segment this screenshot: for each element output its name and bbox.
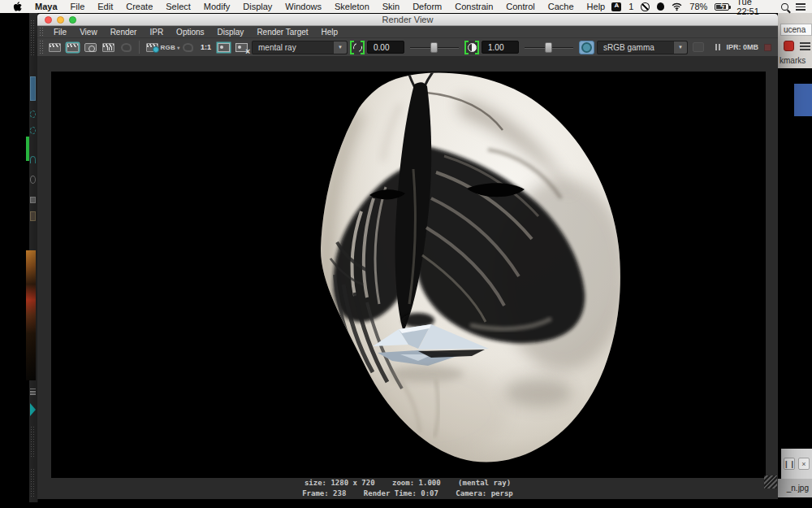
minimize-window-button[interactable] <box>57 16 64 24</box>
status-dot-icon[interactable] <box>657 2 664 11</box>
background-blue-thumbnail <box>794 84 812 116</box>
contrast-slider[interactable] <box>523 41 575 54</box>
do-not-disturb-icon[interactable] <box>641 2 649 11</box>
menu-modify[interactable]: Modify <box>197 0 236 13</box>
pause-ipr-tuning-icon[interactable] <box>715 44 720 50</box>
menubar-clock[interactable]: Tue 22:51 <box>736 0 774 16</box>
background-pause-button[interactable]: ❙❙ <box>784 458 795 470</box>
contrast-icon[interactable] <box>464 41 479 54</box>
battery-charging-icon[interactable]: ϟ <box>715 3 729 11</box>
exposure-slider[interactable] <box>408 41 460 54</box>
toolbox-last-tool-icon[interactable] <box>30 211 36 221</box>
menu-edit[interactable]: Edit <box>91 0 119 13</box>
menu-cache[interactable]: Cache <box>542 0 581 13</box>
snapshot-camera-icon[interactable] <box>83 41 98 54</box>
keep-image-icon[interactable] <box>216 41 231 54</box>
background-browser-tab[interactable]: ucena <box>780 24 812 36</box>
rv-menu-render[interactable]: Render <box>104 28 144 37</box>
apple-icon <box>13 2 22 12</box>
apple-menu[interactable] <box>6 2 28 12</box>
toolbox-scale-tool-icon[interactable] <box>30 197 36 203</box>
zoom-window-button[interactable] <box>69 16 76 24</box>
background-download-filename[interactable]: _n.jpg <box>778 479 812 497</box>
window-controls <box>45 16 76 24</box>
rv-menu-help[interactable]: Help <box>315 28 345 37</box>
render-frame-label: Frame: 238 <box>302 489 346 497</box>
render-time-label: Render Time: 0:07 <box>364 489 438 497</box>
colorspace-dropdown-value: sRGB gamma <box>598 43 673 52</box>
render-current-frame-icon[interactable] <box>65 41 80 54</box>
toolbar-separator <box>139 41 140 54</box>
exposure-field[interactable]: 0.00 <box>367 41 404 54</box>
display-rgb-channels-button[interactable]: RGB ▾ <box>162 41 178 54</box>
window-resize-grip[interactable] <box>764 475 777 488</box>
colorspace-dropdown[interactable]: sRGB gamma <box>597 41 688 54</box>
contrast-field[interactable]: 1.00 <box>482 41 519 54</box>
refresh-ipr-icon[interactable] <box>119 41 134 54</box>
menu-display[interactable]: Display <box>236 0 279 13</box>
menu-select[interactable]: Select <box>159 0 197 13</box>
spotlight-search-icon[interactable] <box>781 3 788 11</box>
toolbox-grip[interactable] <box>30 20 36 55</box>
menu-help[interactable]: Help <box>581 0 612 13</box>
menu-control[interactable]: Control <box>499 0 541 13</box>
renderer-dropdown-value: mental ray <box>253 43 333 52</box>
wifi-icon[interactable] <box>672 2 682 11</box>
playback-icon[interactable] <box>30 403 36 416</box>
renderer-dropdown-arrow-icon[interactable] <box>333 41 347 54</box>
rv-menu-view[interactable]: View <box>73 28 104 37</box>
input-source-number: 1 <box>628 2 633 11</box>
rv-menu-display[interactable]: Display <box>211 28 251 37</box>
panel-grip-lower[interactable] <box>30 468 36 497</box>
render-renderer-label: (mental ray) <box>458 479 511 487</box>
panel-grip[interactable] <box>30 426 36 458</box>
exposure-slider-handle[interactable] <box>430 42 438 53</box>
toolbox-select-tool-icon[interactable] <box>30 76 36 101</box>
toolbox-move-tool-icon[interactable] <box>30 156 36 163</box>
render-status-bar: size: 1280 x 720 zoom: 1.000 (mental ray… <box>37 478 778 498</box>
renderer-dropdown[interactable]: mental ray <box>252 41 348 54</box>
menu-skeleton[interactable]: Skeleton <box>328 0 376 13</box>
background-menu-icon[interactable] <box>800 42 810 50</box>
toolbox-paint-select-icon[interactable] <box>30 127 36 134</box>
outliner-list-icon[interactable] <box>30 389 36 397</box>
ipr-render-icon[interactable] <box>101 41 116 54</box>
close-window-button[interactable] <box>45 16 52 24</box>
menubar-grip[interactable] <box>39 27 44 37</box>
color-management-button[interactable] <box>579 41 594 54</box>
render-status-line-1: size: 1280 x 720 zoom: 1.000 (mental ray… <box>37 478 778 488</box>
render-status-line-2: Frame: 238 Render Time: 0:07 Camera: per… <box>37 488 778 498</box>
toolbox-rotate-tool-icon[interactable] <box>30 176 36 184</box>
rv-menu-ipr[interactable]: IPR <box>143 28 170 37</box>
render-settings-icon[interactable] <box>145 41 160 54</box>
menu-file[interactable]: File <box>64 0 92 13</box>
remove-image-icon[interactable] <box>234 41 249 54</box>
menu-deform[interactable]: Deform <box>406 0 448 13</box>
redo-previous-render-icon[interactable] <box>47 41 63 54</box>
toolbox-lasso-icon[interactable] <box>30 111 36 118</box>
stop-ipr-icon[interactable] <box>764 44 771 51</box>
rv-menu-file[interactable]: File <box>47 28 73 37</box>
menu-create[interactable]: Create <box>119 0 159 13</box>
rv-menu-render-target[interactable]: Render Target <box>250 28 314 37</box>
notification-center-icon[interactable] <box>796 3 806 11</box>
snapshot-options-icon[interactable] <box>690 41 706 54</box>
rendered-image-region[interactable] <box>51 72 766 478</box>
background-youtube-icon[interactable] <box>784 41 794 51</box>
exposure-icon[interactable] <box>350 41 365 54</box>
rendered-mask-image <box>51 72 766 478</box>
real-size-button[interactable]: 1:1 <box>198 41 214 54</box>
menu-constrain[interactable]: Constrain <box>448 0 499 13</box>
ipr-status-area: IPR: 0MB <box>715 43 771 51</box>
background-close-button[interactable]: × <box>798 458 810 470</box>
menu-skin[interactable]: Skin <box>376 0 406 13</box>
toolbar-grip[interactable] <box>39 40 44 54</box>
input-source-icon[interactable] <box>611 2 621 11</box>
contrast-slider-handle[interactable] <box>545 42 552 53</box>
colorspace-dropdown-arrow-icon[interactable] <box>673 41 687 54</box>
app-menu-maya[interactable]: Maya <box>28 0 64 13</box>
menu-windows[interactable]: Windows <box>279 0 328 13</box>
render-view-window: Render View File View Render IPR Options… <box>37 14 778 499</box>
rv-menu-options[interactable]: Options <box>170 28 210 37</box>
display-alpha-channel-icon[interactable] <box>180 41 196 54</box>
